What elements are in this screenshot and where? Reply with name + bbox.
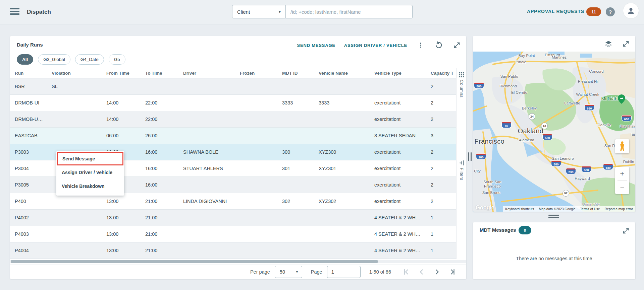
- previous-page-button[interactable]: [414, 267, 429, 277]
- cell-from: 13:00: [102, 226, 141, 242]
- map-layers-icon[interactable]: [604, 39, 613, 49]
- kebab-menu-icon[interactable]: [416, 41, 425, 50]
- column-header-violation[interactable]: Violation: [47, 68, 102, 78]
- panel-title: Daily Runs: [17, 42, 43, 48]
- cell-run: BSR: [10, 78, 47, 95]
- cell-from: 14:00: [102, 95, 141, 111]
- cell-frozen: [235, 111, 277, 128]
- cell-driver: SHAWNA BOLE: [178, 144, 235, 160]
- chevron-down-icon: ▼: [296, 270, 299, 274]
- cell-run: P4003: [10, 226, 47, 242]
- cell-vehicle_type: 4 SEATER & 2 WH…: [370, 226, 426, 242]
- column-header-driver[interactable]: Driver: [178, 68, 235, 78]
- mdt-messages-count-badge: 0: [519, 226, 531, 234]
- search-input[interactable]: [286, 5, 413, 18]
- page-label: Page: [311, 269, 322, 275]
- columns-tab[interactable]: Columns: [457, 72, 467, 97]
- avatar[interactable]: [623, 3, 639, 18]
- help-icon[interactable]: ?: [606, 7, 615, 16]
- approval-requests-badge: 11: [586, 7, 601, 16]
- cell-run: P3003: [10, 144, 47, 160]
- cell-mdt: [277, 177, 314, 193]
- filter-chip-g5[interactable]: G5: [109, 54, 125, 65]
- cell-vehicle_type: exercitationt: [370, 193, 426, 210]
- cell-capacity: 2: [426, 111, 456, 128]
- cell-driver: [178, 242, 235, 259]
- zoom-in-button[interactable]: +: [615, 167, 629, 180]
- column-header-capacity-t[interactable]: Capacity T: [426, 68, 456, 78]
- filters-tab-label: Filters: [459, 168, 464, 180]
- cell-frozen: [235, 78, 277, 95]
- refresh-icon[interactable]: [434, 41, 443, 50]
- cell-frozen: [235, 226, 277, 242]
- map-graphic: [473, 52, 635, 212]
- filters-tab[interactable]: Filters: [457, 160, 467, 180]
- cell-mdt: [277, 78, 314, 95]
- filter-chip-all[interactable]: All: [17, 54, 33, 65]
- map[interactable]: Bay PointPittsburgMartinezPinoleSan Pabl…: [473, 52, 635, 212]
- column-header-vehicle-name[interactable]: Vehicle Name: [314, 68, 370, 78]
- mdt-messages-panel: MDT Messages 0 There are no messages at …: [473, 222, 635, 279]
- top-bar: Dispatch Client ▼ APPROVAL REQUESTS 11 ?: [0, 0, 644, 24]
- column-header-vehicle-type[interactable]: Vehicle Type: [370, 68, 426, 78]
- cell-mdt: 301: [277, 160, 314, 177]
- pegman-icon: [619, 141, 625, 151]
- filter-chip-g3-global[interactable]: G3_Global: [38, 54, 70, 65]
- approval-requests-button[interactable]: APPROVAL REQUESTS: [527, 9, 584, 14]
- map-attribution: Keyboard shortcutsMap data ©2023 GoogleT…: [473, 206, 635, 212]
- context-menu-item-assign-driver-vehicle[interactable]: Assign Driver / Vehicle: [56, 165, 124, 179]
- map-attribution-report-a-map-error[interactable]: Report a map error: [602, 206, 635, 212]
- grid-icon: [459, 72, 464, 77]
- send-message-button[interactable]: SEND MESSAGE: [297, 43, 335, 48]
- context-menu-item-vehicle-breakdown[interactable]: Vehicle Breakdown: [56, 179, 124, 193]
- cell-to: [141, 78, 178, 95]
- cell-capacity: 2: [426, 95, 456, 111]
- cell-run: DRMOB-UI: [10, 95, 47, 111]
- next-page-button[interactable]: [429, 267, 445, 277]
- panel-resize-handle-horizontal[interactable]: [548, 215, 559, 219]
- column-header-run[interactable]: Run: [10, 68, 47, 78]
- page-title: Dispatch: [27, 9, 51, 15]
- table-row-eastcab[interactable]: EASTCAB06:0026:003 SEATER SEDAN3: [10, 128, 456, 144]
- hamburger-menu-icon[interactable]: [10, 8, 19, 16]
- map-attribution-keyboard-shortcuts[interactable]: Keyboard shortcuts: [503, 206, 536, 212]
- column-header-mdt-id[interactable]: MDT ID: [277, 68, 314, 78]
- column-header-to-time[interactable]: To Time: [141, 68, 178, 78]
- cell-capacity: 1: [426, 242, 456, 259]
- scrollbar-thumb[interactable]: [11, 260, 378, 263]
- chevron-down-icon: ▼: [278, 10, 281, 14]
- column-header-from-time[interactable]: From Time: [102, 68, 141, 78]
- table-row-drmob-u[interactable]: DRMOB-U…14:0022:00exercitationt2: [10, 111, 456, 128]
- last-page-button[interactable]: [445, 267, 460, 277]
- assign-driver-vehicle-button[interactable]: ASSIGN DRIVER / VEHICLE: [344, 43, 407, 48]
- expand-icon[interactable]: [452, 41, 462, 50]
- table-row-p4004[interactable]: P400413:0021:004 SEATER & 2 WH…1: [10, 242, 456, 259]
- cell-vehicle_type: exercitationt: [370, 95, 426, 111]
- table-row-drmob-ui[interactable]: DRMOB-UI14:0022:0033333333exercitationt2: [10, 95, 456, 111]
- filter-icon: [459, 160, 464, 165]
- per-page-select[interactable]: 50 ▼: [275, 266, 302, 278]
- pegman-control[interactable]: [615, 139, 629, 153]
- panel-resize-handle-vertical[interactable]: [468, 152, 472, 161]
- cell-to: 16:00: [141, 177, 178, 193]
- search-category-select[interactable]: Client ▼: [232, 5, 286, 18]
- cell-mdt: [277, 242, 314, 259]
- cell-from: 13:00: [102, 242, 141, 259]
- first-page-button[interactable]: [398, 267, 414, 277]
- mdt-expand-icon[interactable]: [621, 226, 631, 235]
- cell-from: 14:00: [102, 111, 141, 128]
- cell-to: 16:00: [141, 160, 178, 177]
- page-input[interactable]: [327, 266, 361, 278]
- map-expand-icon[interactable]: [621, 39, 631, 49]
- context-menu-item-send-message[interactable]: Send Message: [57, 152, 123, 165]
- table-row-bsr[interactable]: BSRSL2: [10, 78, 456, 95]
- map-attribution-terms-of-use[interactable]: Terms of Use: [578, 206, 602, 212]
- map-attribution-map-data-2023-google[interactable]: Map data ©2023 Google: [536, 206, 578, 212]
- table-row-p4003[interactable]: P400313:0021:004 SEATER & 2 WH…1: [10, 226, 456, 242]
- horizontal-scrollbar[interactable]: [10, 260, 466, 263]
- filter-chip-g4-date[interactable]: G4_Date: [75, 54, 104, 65]
- zoom-out-button[interactable]: −: [615, 181, 629, 194]
- column-header-frozen[interactable]: Frozen: [235, 68, 277, 78]
- cell-vehicle_type: 4 SEATER & 2 WH…: [370, 210, 426, 226]
- table-row-p4002[interactable]: P400213:0021:004 SEATER & 2 WH…1: [10, 210, 456, 226]
